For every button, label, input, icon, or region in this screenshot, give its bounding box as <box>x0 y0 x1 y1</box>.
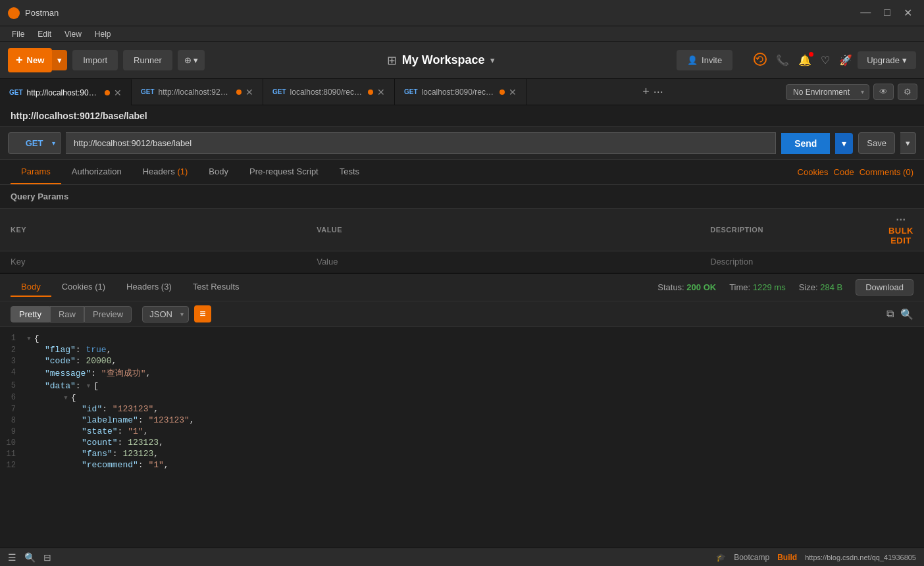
format-pretty[interactable]: Pretty <box>11 306 50 322</box>
request-section: http://localhost:9012/base/label GET POS… <box>0 105 924 272</box>
resp-tab-test-results[interactable]: Test Results <box>182 278 250 297</box>
tab-close-button[interactable]: ✕ <box>377 87 385 97</box>
env-dropdown-wrap: No Environment <box>786 84 869 100</box>
tab-1[interactable]: GET http://localhost:9200/ter ✕ <box>132 79 263 105</box>
upgrade-button[interactable]: Upgrade ▾ <box>858 51 916 69</box>
extra-button[interactable]: ⊕ ▾ <box>178 50 205 70</box>
phone-icon[interactable]: 📞 <box>776 54 789 66</box>
tab-params[interactable]: Params <box>11 160 61 184</box>
tab-close-button[interactable]: ✕ <box>245 87 253 97</box>
new-dropdown-button[interactable]: ▾ <box>52 50 67 70</box>
search-icon[interactable]: 🔍 <box>900 308 913 321</box>
method-select[interactable]: GET POST PUT DELETE PATCH <box>8 132 61 154</box>
request-bar: GET POST PUT DELETE PATCH Send ▾ Save ▾ <box>0 127 924 160</box>
new-button[interactable]: + New <box>8 48 52 72</box>
statusbar: ☰ 🔍 ⊟ 🎓 Bootcamp Build https://blog.csdn… <box>0 548 924 566</box>
tab-url: http://localhost:9200/ter <box>159 88 232 97</box>
comments-link[interactable]: Comments (0) <box>860 167 913 177</box>
close-button[interactable]: ✕ <box>900 5 916 20</box>
tab-prerequest[interactable]: Pre-request Script <box>239 160 329 184</box>
add-tab-button[interactable]: + <box>642 85 650 99</box>
menu-help[interactable]: Help <box>88 28 118 40</box>
send-dropdown-button[interactable]: ▾ <box>835 133 853 154</box>
cookies-link[interactable]: Cookies <box>798 167 829 177</box>
tab-close-button[interactable]: ✕ <box>509 87 517 97</box>
collapse-btn[interactable]: ▾ <box>26 334 32 344</box>
tab-url: http://localhost:9012/bas <box>27 88 101 97</box>
resp-tab-cookies[interactable]: Cookies (1) <box>51 278 116 297</box>
tab-3[interactable]: GET localhost:8090/record/sh ✕ <box>395 79 526 105</box>
format-raw[interactable]: Raw <box>50 306 84 322</box>
url-input[interactable] <box>66 132 776 154</box>
main-toolbar: + New ▾ Import Runner ⊕ ▾ ⊞ My Workspace… <box>0 42 924 79</box>
json-line: 2 "flag": true, <box>0 344 924 355</box>
json-line: 4 "message": "查询成功", <box>0 367 924 380</box>
wrap-button[interactable]: ≡ <box>194 305 211 322</box>
param-value-input[interactable] <box>317 257 689 267</box>
json-format-select[interactable]: JSON XML Text <box>142 306 189 322</box>
svg-point-0 <box>11 10 17 16</box>
workspace-name: My Workspace <box>402 53 485 67</box>
workspace-selector[interactable]: ⊞ My Workspace ▾ <box>387 53 495 68</box>
tab-url: localhost:8090/record/sh <box>422 88 496 97</box>
rocket-icon[interactable]: 🚀 <box>839 54 852 66</box>
copy-icon[interactable]: ⧉ <box>886 308 894 321</box>
json-line: 8 "labelname": "123123", <box>0 415 924 426</box>
maximize-button[interactable]: □ <box>880 5 894 20</box>
menu-view[interactable]: View <box>58 28 88 40</box>
tab-unsaved-dot <box>500 90 505 95</box>
tab-close-button[interactable]: ✕ <box>114 88 122 98</box>
heart-icon[interactable]: ♡ <box>821 54 830 66</box>
response-tabs: Body Cookies (1) Headers (3) Test Result… <box>11 278 250 297</box>
param-key-input[interactable] <box>11 257 295 267</box>
build-label[interactable]: Build <box>777 553 797 562</box>
env-settings-button[interactable]: ⚙ <box>898 84 917 100</box>
resp-tab-headers[interactable]: Headers (3) <box>116 278 182 297</box>
search-status-icon[interactable]: 🔍 <box>24 552 36 563</box>
code-link[interactable]: Code <box>834 167 854 177</box>
invite-button[interactable]: 👤 Invite <box>677 50 732 70</box>
env-bar: No Environment 👁 ⚙ <box>779 84 924 100</box>
tab-authorization[interactable]: Authorization <box>61 160 132 184</box>
tab-body[interactable]: Body <box>198 160 239 184</box>
bulk-edit-button[interactable]: Bulk Edit <box>888 226 913 245</box>
runner-button[interactable]: Runner <box>123 50 172 70</box>
import-button[interactable]: Import <box>72 50 118 70</box>
param-desc-input[interactable] <box>710 257 867 267</box>
save-dropdown-button[interactable]: ▾ <box>900 132 916 154</box>
more-tabs-button[interactable]: ··· <box>654 85 663 99</box>
col-header-description: DESCRIPTION <box>700 209 878 251</box>
params-table: KEY VALUE DESCRIPTION ··· Bulk Edit <box>0 209 924 272</box>
response-section: Body Cookies (1) Headers (3) Test Result… <box>0 272 924 548</box>
download-button[interactable]: Download <box>856 279 913 296</box>
new-label: New <box>27 55 45 65</box>
time-label: Time: 1229 ms <box>729 282 786 292</box>
invite-icon: 👤 <box>687 55 698 65</box>
collapse-btn[interactable]: ▾ <box>63 393 68 403</box>
sidebar-toggle-icon[interactable]: ☰ <box>8 552 16 563</box>
sync-button[interactable] <box>754 53 767 68</box>
tab-0[interactable]: GET http://localhost:9012/bas ✕ <box>0 79 132 105</box>
tab-headers[interactable]: Headers (1) <box>132 160 199 184</box>
request-tabs: Params Authorization Headers (1) Body Pr… <box>0 160 924 185</box>
json-body: 1 ▾{ 2 "flag": true, 3 "code": 20000, 4 <box>0 327 924 478</box>
bootcamp-label[interactable]: Bootcamp <box>734 553 769 562</box>
layout-icon[interactable]: ⊟ <box>43 552 51 563</box>
env-dropdown[interactable]: No Environment <box>786 84 869 100</box>
collapse-btn[interactable]: ▾ <box>86 381 91 391</box>
tab-tests[interactable]: Tests <box>329 160 370 184</box>
tab-2[interactable]: GET localhost:8090/record/sh ✕ <box>263 79 395 105</box>
resp-tab-body[interactable]: Body <box>11 278 51 297</box>
env-view-button[interactable]: 👁 <box>873 84 894 100</box>
notification-icon[interactable]: 🔔 <box>798 54 811 66</box>
status-value: 200 OK <box>686 282 716 292</box>
send-button[interactable]: Send <box>781 133 830 154</box>
menu-file[interactable]: File <box>5 28 31 40</box>
tabs-actions: + ··· <box>637 85 669 99</box>
save-button[interactable]: Save <box>858 132 895 154</box>
response-actions: ⧉ 🔍 <box>886 308 913 321</box>
format-preview[interactable]: Preview <box>84 306 132 322</box>
minimize-button[interactable]: — <box>856 5 875 20</box>
col-header-actions: ··· Bulk Edit <box>878 209 924 251</box>
menu-edit[interactable]: Edit <box>31 28 58 40</box>
